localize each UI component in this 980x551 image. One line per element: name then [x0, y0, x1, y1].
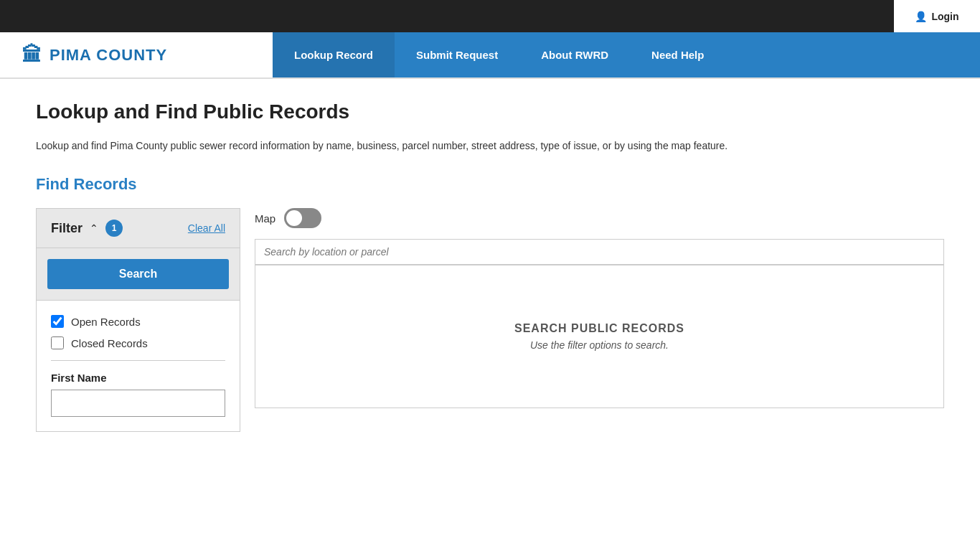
results-title: SEARCH PUBLIC RECORDS	[514, 322, 684, 335]
results-area: SEARCH PUBLIC RECORDS Use the filter opt…	[255, 265, 944, 408]
search-button[interactable]: Search	[47, 259, 229, 289]
header: 🏛 PIMA COUNTY Lookup Record Submit Reque…	[0, 32, 980, 79]
open-records-checkbox-item[interactable]: Open Records	[51, 315, 225, 328]
records-section: Filter ⌃ 1 Clear All Search Open Records…	[36, 208, 944, 432]
nav-item-submit-request[interactable]: Submit Request	[395, 32, 519, 77]
divider	[51, 360, 225, 361]
open-records-label: Open Records	[71, 316, 141, 328]
map-toggle[interactable]	[284, 208, 321, 228]
login-button[interactable]: 👤 Login	[894, 0, 980, 32]
top-bar: 👤 Login	[0, 0, 980, 32]
toggle-slider	[284, 208, 321, 228]
clear-all-link[interactable]: Clear All	[188, 222, 225, 234]
user-icon: 👤	[915, 11, 927, 22]
main-content: Lookup and Find Public Records Lookup an…	[0, 79, 980, 453]
results-subtitle: Use the filter options to search.	[530, 339, 669, 351]
closed-records-checkbox-item[interactable]: Closed Records	[51, 336, 225, 349]
closed-records-label: Closed Records	[71, 337, 148, 349]
first-name-input[interactable]	[51, 390, 225, 417]
closed-records-checkbox[interactable]	[51, 336, 64, 349]
map-toggle-row: Map	[255, 208, 944, 228]
nav-item-need-help[interactable]: Need Help	[630, 32, 725, 77]
logo[interactable]: 🏛 PIMA COUNTY	[22, 43, 167, 67]
login-label: Login	[931, 11, 958, 22]
open-records-checkbox[interactable]	[51, 315, 64, 328]
map-label: Map	[255, 212, 275, 225]
page-description: Lookup and find Pima County public sewer…	[36, 138, 944, 154]
location-search-input[interactable]	[255, 239, 944, 265]
first-name-label: First Name	[51, 372, 225, 384]
page-title: Lookup and Find Public Records	[36, 100, 944, 123]
filter-chevron-icon: ⌃	[90, 222, 98, 234]
filter-options: Open Records Closed Records First Name	[37, 300, 240, 431]
filter-header: Filter ⌃ 1 Clear All	[37, 209, 240, 248]
filter-label: Filter	[51, 221, 83, 236]
logo-text: PIMA COUNTY	[50, 46, 167, 65]
logo-icon: 🏛	[22, 43, 42, 67]
nav-bar: Lookup Record Submit Request About RWRD …	[273, 32, 980, 77]
filter-badge: 1	[105, 220, 123, 237]
filter-search-section: Search	[37, 248, 240, 300]
nav-item-lookup-record[interactable]: Lookup Record	[273, 32, 395, 77]
nav-item-about-rwrd[interactable]: About RWRD	[519, 32, 630, 77]
find-records-title: Find Records	[36, 175, 944, 194]
logo-section: 🏛 PIMA COUNTY	[0, 32, 273, 77]
filter-panel: Filter ⌃ 1 Clear All Search Open Records…	[36, 208, 240, 432]
search-area: Map SEARCH PUBLIC RECORDS Use the filter…	[255, 208, 944, 408]
